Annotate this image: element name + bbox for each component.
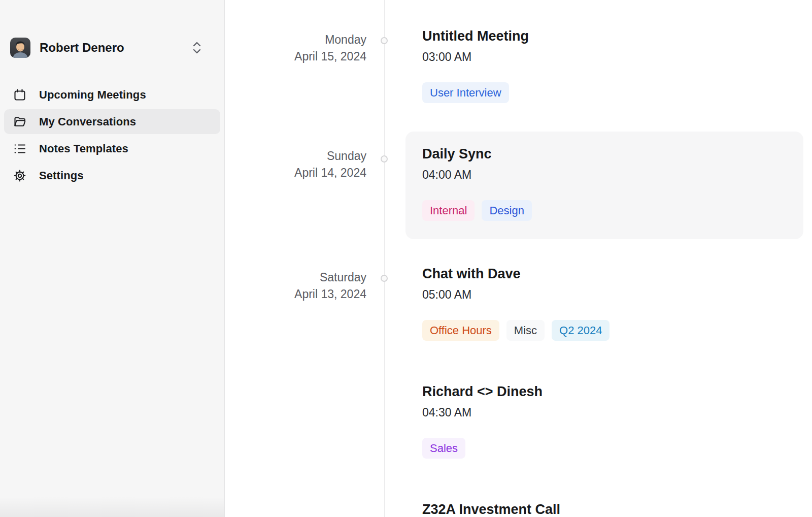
meeting-tags: Sales	[422, 438, 787, 459]
date-group-april-15-2024: MondayApril 15, 2024Untitled Meeting03:0…	[225, 28, 812, 132]
timeline-dot	[381, 155, 388, 163]
sidebar-item-my-conversations[interactable]: My Conversations	[4, 109, 220, 134]
folder-icon	[13, 115, 26, 128]
sidebar: Robert Denero Upcoming MeetingsMy Conver…	[0, 0, 225, 517]
sidebar-item-label: Settings	[39, 169, 84, 182]
tag-misc: Misc	[506, 320, 545, 341]
tag-sales: Sales	[422, 438, 465, 459]
sidebar-item-notes-templates[interactable]: Notes Templates	[4, 136, 220, 161]
meeting-untitled-meeting[interactable]: Untitled Meeting03:00 AMUser Interview	[405, 28, 803, 103]
sidebar-item-upcoming-meetings[interactable]: Upcoming Meetings	[4, 82, 220, 107]
meeting-richard-dinesh[interactable]: Richard <> Dinesh04:30 AMSales	[405, 383, 803, 459]
tag-q2-2024: Q2 2024	[552, 320, 610, 341]
date-group-april-14-2024: SundayApril 14, 2024Daily Sync04:00 AMIn…	[225, 132, 812, 266]
sidebar-nav: Upcoming MeetingsMy ConversationsNotes T…	[4, 82, 220, 188]
meeting-title: Z32A Investment Call	[422, 501, 787, 517]
sidebar-item-settings[interactable]: Settings	[4, 163, 220, 188]
gear-icon	[13, 169, 26, 182]
day-label: Saturday	[225, 269, 366, 286]
meeting-time: 04:00 AM	[422, 168, 787, 182]
date-label: April 14, 2024	[225, 165, 366, 181]
timeline-dot	[381, 37, 388, 44]
timeline-dot	[381, 275, 388, 282]
sidebar-item-label: My Conversations	[39, 115, 136, 128]
meeting-title: Chat with Dave	[422, 266, 787, 282]
date-group-april-13-2024: SaturdayApril 13, 2024Chat with Dave05:0…	[225, 266, 812, 517]
day-label: Monday	[225, 31, 366, 48]
tag-user-interview: User Interview	[422, 82, 509, 103]
tag-office-hours: Office Hours	[422, 320, 499, 341]
tag-design: Design	[482, 200, 531, 221]
date-column: MondayApril 15, 2024	[225, 28, 384, 132]
meeting-tags: User Interview	[422, 82, 787, 103]
date-label: April 13, 2024	[225, 286, 366, 303]
calendar-icon	[13, 88, 26, 102]
day-label: Sunday	[225, 148, 366, 165]
list-icon	[13, 142, 26, 155]
meetings-column: Chat with Dave05:00 AMOffice HoursMiscQ2…	[405, 266, 812, 517]
meeting-chat-with-dave[interactable]: Chat with Dave05:00 AMOffice HoursMiscQ2…	[405, 266, 803, 341]
meetings-column: Untitled Meeting03:00 AMUser Interview	[405, 28, 812, 132]
meeting-tags: InternalDesign	[422, 200, 787, 221]
meeting-title: Daily Sync	[422, 146, 787, 162]
meeting-z32a-investment-call[interactable]: Z32A Investment Call	[405, 501, 803, 517]
meeting-time: 05:00 AM	[422, 288, 787, 302]
sidebar-item-label: Upcoming Meetings	[39, 88, 146, 102]
date-column: SaturdayApril 13, 2024	[225, 266, 384, 517]
meetings-column: Daily Sync04:00 AMInternalDesign	[405, 132, 812, 266]
date-label: April 15, 2024	[225, 48, 366, 65]
user-switcher[interactable]: Robert Denero	[10, 38, 202, 58]
avatar	[10, 38, 30, 58]
sidebar-item-label: Notes Templates	[39, 142, 128, 155]
conversations-timeline: MondayApril 15, 2024Untitled Meeting03:0…	[225, 0, 812, 517]
chevron-up-down-icon[interactable]	[191, 41, 202, 55]
meeting-tags: Office HoursMiscQ2 2024	[422, 320, 787, 341]
meeting-title: Richard <> Dinesh	[422, 383, 787, 400]
meeting-time: 03:00 AM	[422, 50, 787, 64]
meeting-time: 04:30 AM	[422, 406, 787, 419]
user-name: Robert Denero	[40, 41, 191, 55]
tag-internal: Internal	[422, 200, 475, 221]
meeting-title: Untitled Meeting	[422, 28, 787, 44]
date-column: SundayApril 14, 2024	[225, 132, 384, 266]
meeting-daily-sync[interactable]: Daily Sync04:00 AMInternalDesign	[405, 132, 803, 239]
